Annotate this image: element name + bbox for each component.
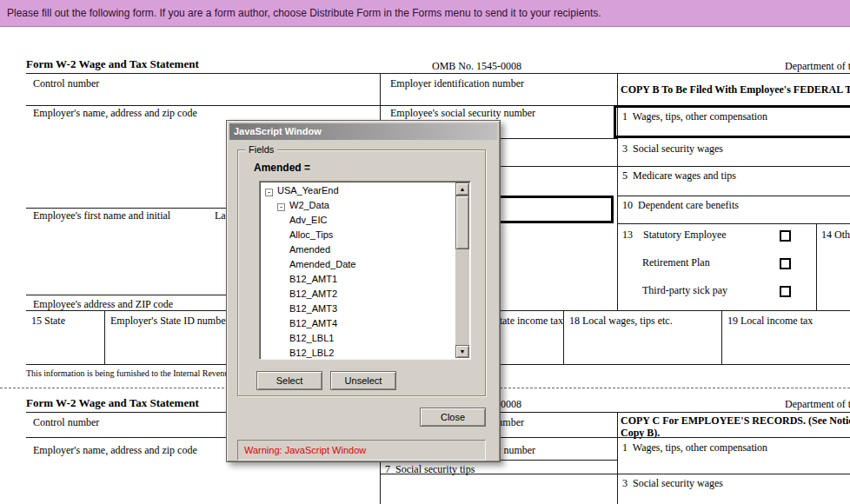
tree-item-label: Amended bbox=[289, 244, 330, 255]
label-state-id: Employer's State ID number bbox=[110, 315, 229, 328]
tree-item-label: Adv_EIC bbox=[289, 215, 327, 225]
amended-field-label: Amended = bbox=[254, 162, 310, 174]
warning-text: Warning: JavaScript Window bbox=[244, 445, 366, 455]
label-box19: 19 Local income tax bbox=[727, 315, 813, 328]
warning-panel: Warning: JavaScript Window bbox=[237, 440, 486, 461]
dialog-title: JavaScript Window bbox=[234, 126, 322, 136]
label-box1: 1 Wages, tips, other compensation bbox=[622, 110, 767, 123]
form1-omb-number: OMB No. 1545-0008 bbox=[432, 60, 521, 73]
tree-item-label: B12_LBL1 bbox=[289, 333, 334, 343]
tree-item-label: B12_AMT3 bbox=[289, 303, 337, 314]
label-employee-ssn: Employee's social security number bbox=[390, 107, 535, 120]
fields-tree-listbox[interactable]: -USA_YearEnd-W2_DataAdv_EICAlloc_TipsAme… bbox=[259, 181, 471, 360]
scroll-down-icon[interactable]: ▼ bbox=[455, 345, 469, 358]
label-box3-2: 3 Social security wages bbox=[622, 477, 723, 490]
tree-item-label: B12_AMT4 bbox=[289, 318, 337, 328]
fields-group-label: Fields bbox=[245, 144, 277, 155]
tree-item-Amended[interactable]: Amended bbox=[262, 242, 455, 257]
tree-item-W2_Data[interactable]: -W2_Data bbox=[262, 198, 455, 213]
label-box3: 3 Social security wages bbox=[622, 143, 723, 156]
tree-item-label: B12_LBL2 bbox=[289, 348, 334, 358]
label-box15-state: 15 State bbox=[31, 315, 65, 328]
label-box10: 10 Dependent care benefits bbox=[622, 199, 739, 212]
tree-item-B12_LBL1[interactable]: B12_LBL1 bbox=[262, 331, 455, 346]
notification-text: Please fill out the following form. If y… bbox=[7, 7, 601, 19]
tree-item-label: Amended_Date bbox=[289, 259, 355, 269]
label-employee-first-name: Employee's first name and initial bbox=[33, 209, 170, 222]
label-copy-c-line1: COPY C For EMPLOYEE'S RECORDS. (See Noti… bbox=[621, 414, 850, 428]
unselect-button[interactable]: Unselect bbox=[330, 371, 396, 390]
divider bbox=[104, 310, 105, 365]
label-third-party-sick: Third-party sick pay bbox=[642, 284, 727, 297]
divider bbox=[26, 105, 617, 106]
tree-scrollbar[interactable]: ▲ ▼ bbox=[455, 182, 469, 358]
label-control-number: Control number bbox=[33, 77, 99, 90]
collapse-icon[interactable]: - bbox=[277, 203, 285, 211]
tree-item-B12_LBL2[interactable]: B12_LBL2 bbox=[262, 346, 455, 360]
divider bbox=[816, 223, 817, 311]
tree-item-label: USA_YearEnd bbox=[277, 185, 339, 196]
tree-item-label: B12_AMT1 bbox=[289, 274, 337, 284]
tree-item-B12_AMT3[interactable]: B12_AMT3 bbox=[262, 302, 455, 316]
tree-item-B12_AMT1[interactable]: B12_AMT1 bbox=[262, 272, 455, 287]
label-box18: 18 Local wages, tips etc. bbox=[569, 315, 673, 328]
tree-item-B12_AMT4[interactable]: B12_AMT4 bbox=[262, 316, 455, 331]
tree-item-USA_YearEnd[interactable]: -USA_YearEnd bbox=[262, 183, 455, 198]
label-control-number-2: Control number bbox=[33, 416, 99, 429]
javascript-window-dialog: JavaScript Window Fields Amended = -USA_… bbox=[226, 120, 501, 462]
form2-title: Form W-2 Wage and Tax Statement bbox=[26, 396, 199, 410]
form1-title: Form W-2 Wage and Tax Statement bbox=[26, 57, 199, 71]
label-box13-statutory: 13 Statutory Employee bbox=[622, 229, 727, 242]
divider bbox=[617, 412, 618, 504]
tree-item-label: W2_Data bbox=[289, 200, 329, 210]
close-button[interactable]: Close bbox=[420, 408, 486, 427]
form1-department: Department of the Treasury bbox=[785, 60, 850, 73]
label-box14: 14 Other bbox=[821, 229, 850, 242]
divider bbox=[26, 73, 850, 74]
divider bbox=[617, 437, 850, 438]
dialog-titlebar[interactable]: JavaScript Window bbox=[229, 123, 497, 140]
label-box1-2: 1 Wages, tips, other compensation bbox=[622, 441, 767, 454]
fields-tree: -USA_YearEnd-W2_DataAdv_EICAlloc_TipsAme… bbox=[262, 183, 455, 357]
divider bbox=[617, 223, 850, 224]
label-retirement-plan: Retirement Plan bbox=[642, 256, 710, 269]
label-employee-address: Employee's address and ZIP code bbox=[33, 298, 173, 311]
label-copy-b: COPY B To Be Filed With Employee's FEDER… bbox=[621, 83, 850, 96]
statutory-employee-checkbox[interactable] bbox=[780, 230, 791, 242]
tree-item-B12_AMT2[interactable]: B12_AMT2 bbox=[262, 287, 455, 302]
label-employer-id: Employer identification number bbox=[390, 77, 524, 90]
tree-item-Alloc_Tips[interactable]: Alloc_Tips bbox=[262, 228, 455, 242]
form-notification-bar: Please fill out the following form. If y… bbox=[0, 0, 850, 27]
form2-department: Department of the Treasury bbox=[785, 398, 850, 411]
scrollbar-thumb[interactable] bbox=[455, 196, 469, 249]
label-employer-name-2: Employer's name, address and zip code bbox=[33, 444, 197, 457]
divider bbox=[563, 310, 564, 365]
select-button[interactable]: Select bbox=[256, 371, 322, 390]
third-party-sick-checkbox[interactable] bbox=[780, 286, 791, 297]
label-employer-name: Employer's name, address and zip code bbox=[33, 107, 197, 120]
tree-item-label: B12_AMT2 bbox=[289, 288, 337, 299]
divider bbox=[721, 310, 722, 365]
divider bbox=[380, 474, 850, 474]
collapse-icon[interactable]: - bbox=[265, 189, 273, 196]
tree-item-Amended_Date[interactable]: Amended_Date bbox=[262, 257, 455, 272]
scroll-up-icon[interactable]: ▲ bbox=[455, 182, 469, 196]
retirement-plan-checkbox[interactable] bbox=[780, 258, 791, 269]
label-box5: 5 Medicare wages and tips bbox=[622, 169, 736, 182]
divider bbox=[617, 166, 850, 167]
acrobat-window: Please fill out the following form. If y… bbox=[0, 0, 850, 504]
divider bbox=[617, 196, 850, 196]
tree-item-Adv_EIC[interactable]: Adv_EIC bbox=[262, 213, 455, 228]
fields-groupbox: Fields Amended = -USA_YearEnd-W2_DataAdv… bbox=[237, 149, 486, 396]
tree-item-label: Alloc_Tips bbox=[289, 229, 333, 240]
